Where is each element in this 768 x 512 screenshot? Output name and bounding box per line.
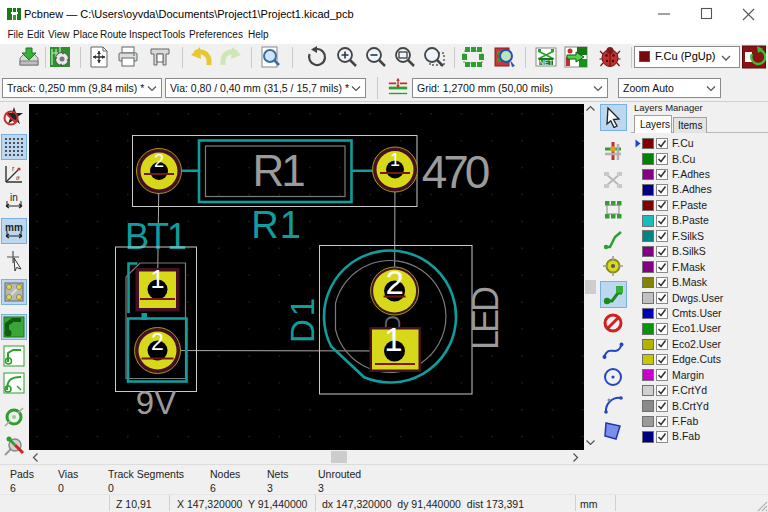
svg-text:1: 1 (151, 265, 165, 293)
svg-text:r: r (12, 165, 15, 172)
svg-text:2: 2 (154, 151, 164, 171)
svg-text:R1: R1 (252, 146, 304, 195)
svg-text:9V: 9V (136, 384, 176, 421)
svg-text:in: in (10, 192, 18, 203)
svg-text:R1: R1 (251, 204, 302, 246)
svg-text:mm: mm (5, 222, 23, 233)
svg-text:D1: D1 (284, 295, 321, 343)
svg-text:BT1: BT1 (125, 216, 186, 257)
svg-text:470: 470 (422, 146, 489, 198)
svg-text:2: 2 (385, 264, 403, 301)
svg-text:θ: θ (16, 174, 20, 182)
svg-text:LED: LED (465, 287, 506, 350)
svg-text:1: 1 (384, 321, 402, 358)
svg-text:1: 1 (390, 150, 400, 170)
svg-text:2: 2 (151, 329, 164, 355)
svg-text:NET: NET (539, 59, 554, 66)
